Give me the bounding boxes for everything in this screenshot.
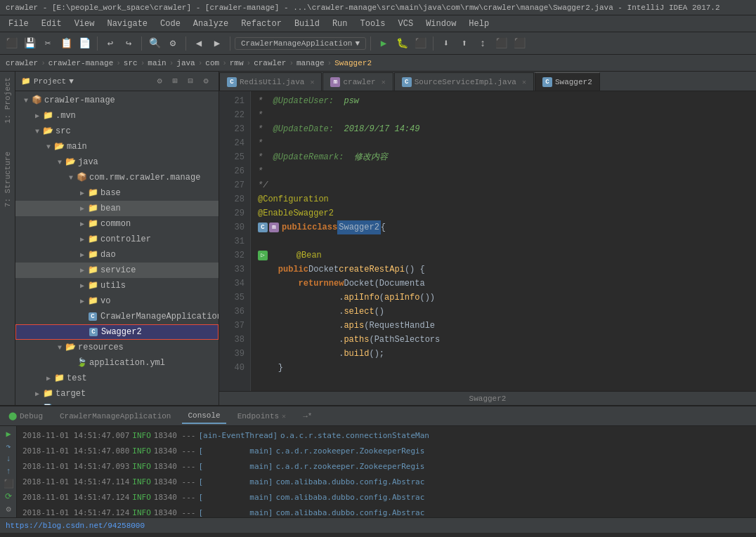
tree-java[interactable]: ▼ 📂 java	[15, 154, 219, 170]
breadcrumb-main[interactable]: main	[148, 59, 166, 67]
tree-crawler-manage[interactable]: ▼ 📦 crawler-manage	[15, 93, 219, 108]
endpoints-close[interactable]: ✕	[282, 412, 286, 420]
bottom-tab-app[interactable]: CrawlerManageApplication	[54, 409, 176, 423]
tree-bean[interactable]: ▶ 📁 bean	[15, 201, 219, 216]
menu-view[interactable]: View	[69, 18, 100, 30]
tree-mvn[interactable]: ▶ 📁 .mvn	[15, 108, 219, 124]
menu-tools[interactable]: Tools	[355, 18, 391, 30]
breadcrumb-com[interactable]: com	[205, 59, 219, 67]
bottom-tab-debug[interactable]: ⬤ Debug	[3, 409, 48, 423]
status-link[interactable]: https://blog.csdn.net/94258000	[6, 522, 145, 530]
breadcrumb-java[interactable]: java	[176, 59, 195, 67]
tree-package[interactable]: ▼ 📦 com.rmw.crawler.manage	[15, 170, 219, 185]
tree-app-yml[interactable]: 🍃 application.yml	[15, 355, 219, 371]
tree-vo[interactable]: ▶ 📁 vo	[15, 293, 219, 309]
tree-utils[interactable]: ▶ 📁 utils	[15, 278, 219, 293]
tab-close[interactable]: ✕	[310, 78, 314, 86]
menu-help[interactable]: Help	[463, 18, 495, 30]
toolbar-nav-forward[interactable]: ▶	[209, 35, 226, 52]
tree-dao[interactable]: ▶ 📁 dao	[15, 247, 219, 263]
tab-close[interactable]: ✕	[382, 78, 386, 86]
toolbar-vcs4[interactable]: ⬛	[493, 35, 509, 52]
step-into-btn[interactable]: ↓	[1, 453, 15, 465]
bottom-tab-extra[interactable]: →*	[297, 409, 318, 423]
toolbar-cut[interactable]: ✂	[39, 35, 56, 52]
menu-build[interactable]: Build	[289, 18, 325, 30]
toolbar-settings[interactable]: ⚙	[164, 35, 181, 52]
toolbar-vcs1[interactable]: ⬇	[438, 35, 455, 52]
menu-window[interactable]: Window	[420, 18, 462, 30]
menu-file[interactable]: File	[3, 18, 34, 30]
rerun-btn[interactable]: ⟳	[1, 491, 15, 503]
toolbar-undo[interactable]: ↩	[102, 35, 119, 52]
tab-close[interactable]: ✕	[522, 78, 526, 86]
tab-label: SourceServiceImpl.java	[415, 78, 516, 86]
log-class: com.alibaba.dubbo.config.Abstrac	[275, 493, 424, 502]
tree-resources[interactable]: ▼ 📂 resources	[15, 340, 219, 355]
breadcrumb-crawler2[interactable]: crawler	[254, 59, 286, 67]
menu-edit[interactable]: Edit	[36, 18, 67, 30]
tree-base[interactable]: ▶ 📁 base	[15, 185, 219, 201]
tree-swagger2[interactable]: C Swagger2	[15, 324, 219, 340]
toolbar-run-btn[interactable]: ▶	[375, 35, 392, 52]
stop-btn[interactable]: ⬛	[1, 479, 15, 490]
menu-analyze[interactable]: Analyze	[188, 18, 234, 30]
tab-crawler[interactable]: m crawler ✕	[322, 72, 393, 91]
menu-refactor[interactable]: Refactor	[235, 18, 287, 30]
settings-btn2[interactable]: ⚙	[1, 503, 15, 515]
tree-controller[interactable]: ▶ 📁 controller	[15, 232, 219, 247]
tree-label: .mvn	[56, 111, 76, 121]
toolbar-redo[interactable]: ↪	[120, 35, 137, 52]
toolbar-search[interactable]: 🔍	[146, 35, 163, 52]
step-out-btn[interactable]: ↑	[1, 466, 15, 477]
side-structure[interactable]: 7: Structure	[2, 149, 13, 210]
tree-common[interactable]: ▶ 📁 common	[15, 216, 219, 232]
tab-redisutil[interactable]: C RedisUtil.java ✕	[219, 72, 322, 91]
tree-main[interactable]: ▼ 📂 main	[15, 139, 219, 154]
menu-run[interactable]: Run	[327, 18, 353, 30]
folder-icon: 📁	[87, 280, 98, 291]
tab-sourceserviceimpl[interactable]: C SourceServiceImpl.java ✕	[394, 72, 534, 91]
tab-swagger2[interactable]: C Swagger2	[535, 72, 600, 91]
toolbar-debug-btn[interactable]: 🐛	[393, 35, 410, 52]
bottom-tab-console[interactable]: Console	[182, 409, 226, 424]
code-content[interactable]: * @UpdateUser: psw * * @UpdateDate: 2018…	[251, 91, 756, 391]
code-line-32: ▷ @Bean	[258, 248, 756, 263]
proj-settings-btn[interactable]: ⚙	[152, 74, 167, 88]
resume-btn[interactable]: ▶	[1, 429, 15, 440]
bottom-tab-endpoints[interactable]: Endpoints ✕	[232, 409, 292, 423]
breadcrumb-src[interactable]: src	[124, 59, 138, 67]
tree-crawler-app[interactable]: C CrawlerManageApplication	[15, 309, 219, 324]
breadcrumb-rmw[interactable]: rmw	[230, 59, 244, 67]
tree-service[interactable]: ▶ 📁 service	[15, 263, 219, 278]
tree-src[interactable]: ▼ 📂 src	[15, 124, 219, 139]
proj-gear-btn[interactable]: ⚙	[199, 74, 213, 88]
menu-code[interactable]: Code	[155, 18, 186, 30]
toolbar-save[interactable]: 💾	[21, 35, 38, 52]
toolbar-paste[interactable]: 📄	[76, 35, 93, 52]
breadcrumb-manage[interactable]: manage	[296, 59, 325, 67]
proj-expand-btn[interactable]: ⊞	[168, 74, 182, 88]
toolbar-coverage-btn[interactable]: ⬛	[412, 35, 429, 52]
toolbar-vcs3[interactable]: ↕	[474, 35, 491, 52]
toolbar-nav-back[interactable]: ◀	[190, 35, 207, 52]
toolbar-vcs5[interactable]: ⬛	[511, 35, 528, 52]
breadcrumb-crawler-manage[interactable]: crawler-manage	[48, 59, 113, 67]
run-config-selector[interactable]: CrawlerManageApplication ▼	[235, 37, 366, 50]
toolbar-copy[interactable]: 📋	[58, 35, 74, 52]
tree-target[interactable]: ▶ 📁 target	[15, 386, 219, 402]
tree-label: com.rmw.crawler.manage	[89, 173, 200, 183]
menu-vcs[interactable]: VCS	[393, 18, 419, 30]
step-over-btn[interactable]: ↷	[1, 442, 15, 453]
tree-gitignore[interactable]: 📄 .gitignore	[15, 402, 219, 405]
proj-collapse-btn[interactable]: ⊟	[183, 74, 197, 88]
tree-arrow: ▼	[44, 143, 53, 151]
side-project[interactable]: 1: Project	[2, 74, 13, 126]
breadcrumb-crawler[interactable]: crawler	[6, 59, 38, 67]
breadcrumb-swagger2[interactable]: Swagger2	[334, 59, 372, 67]
tree-test[interactable]: ▶ 📁 test	[15, 371, 219, 386]
toolbar-vcs2[interactable]: ⬆	[456, 35, 473, 52]
project-arrow[interactable]: ▼	[69, 77, 74, 86]
toolbar-back[interactable]: ⬛	[3, 35, 20, 52]
menu-navigate[interactable]: Navigate	[101, 18, 153, 30]
